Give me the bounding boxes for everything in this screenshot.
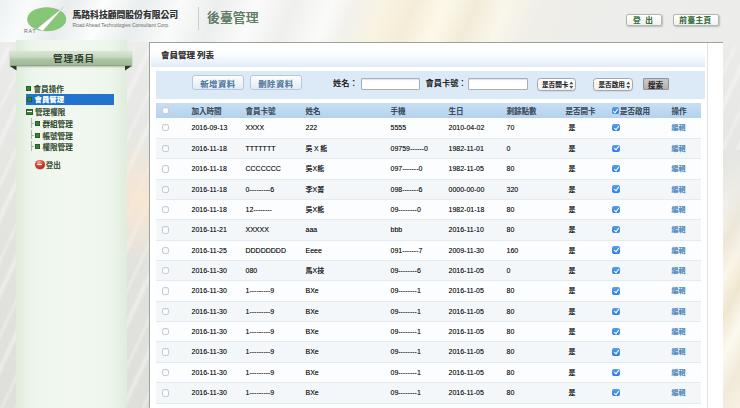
svg-text:RAT: RAT	[24, 28, 36, 34]
